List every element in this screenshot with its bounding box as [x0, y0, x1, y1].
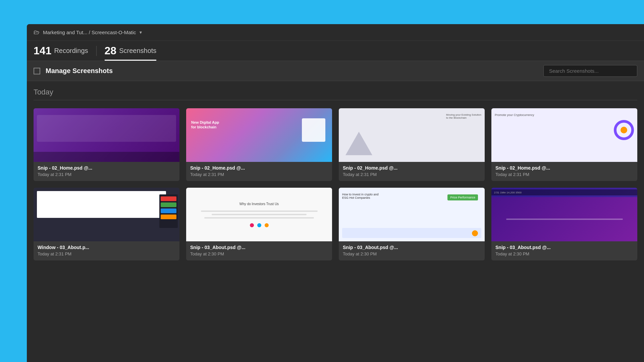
search-input[interactable]: [543, 65, 637, 77]
screenshots-count: 28: [105, 45, 117, 57]
breadcrumb: Marketing and Tut... / Screencast-O-Mati…: [43, 29, 136, 35]
card-name: Snip - 02_Home.psd @...: [38, 165, 175, 171]
card-time: Today at 2:30 PM: [495, 251, 633, 256]
card-time: Today at 2:31 PM: [343, 172, 481, 177]
thumb-text: New Digital Appfor blockchain: [191, 120, 219, 130]
card-name: Snip - 03_About.psd @...: [190, 245, 328, 250]
recordings-count: 141: [34, 45, 51, 57]
app-window: 🗁 Marketing and Tut... / Screencast-O-Ma…: [27, 24, 644, 362]
thumb-badge: Price Performance: [447, 194, 478, 200]
card-name: Snip - 02_Home.psd @...: [190, 165, 328, 171]
card-name: Snip - 03_About.psd @...: [343, 245, 481, 250]
list-item[interactable]: New Digital Appfor blockchain Snip - 02_…: [186, 108, 332, 181]
screenshot-grid-row2: Window - 03_About.p... Today at 2:31 PM …: [34, 188, 637, 260]
list-item[interactable]: Why do Investors Trust Us Snip - 03_Abou…: [186, 188, 332, 260]
card-name: Snip - 02_Home.psd @...: [343, 165, 481, 171]
card-time: Today at 2:31 PM: [190, 172, 328, 177]
list-item[interactable]: Snip - 02_Home.psd @... Today at 2:31 PM: [34, 108, 179, 181]
manage-left: Manage Screenshots: [34, 67, 113, 75]
card-time: Today at 2:30 PM: [343, 251, 481, 256]
recordings-label: Recordings: [54, 47, 88, 55]
card-time: Today at 2:31 PM: [38, 251, 175, 256]
screenshots-label: Screenshots: [119, 47, 156, 55]
card-time: Today at 2:31 PM: [38, 172, 175, 177]
list-item[interactable]: How to Invest in crypto andESG Hot Compa…: [339, 188, 485, 260]
chevron-down-icon[interactable]: ▼: [139, 30, 143, 35]
tab-recordings[interactable]: 141 Recordings: [34, 41, 96, 61]
list-item[interactable]: Moving your Existing Solutionto the Bloc…: [339, 108, 485, 181]
thumb-stats: 2:51 1Min 14,200 3500: [494, 191, 522, 194]
tab-divider: [96, 46, 97, 56]
section-label: Today: [34, 88, 637, 97]
tab-screenshots[interactable]: 28 Screenshots: [105, 41, 165, 61]
card-time: Today at 2:31 PM: [495, 172, 633, 177]
card-name: Snip - 02_Home.psd @...: [495, 165, 633, 171]
content-area: Today Snip - 02_Home.psd @... Today at 2…: [27, 81, 644, 362]
list-item[interactable]: 2:51 1Min 14,200 3500 Snip - 03_About.ps…: [491, 188, 637, 260]
select-all-checkbox[interactable]: [34, 68, 40, 74]
header-bar: 🗁 Marketing and Tut... / Screencast-O-Ma…: [27, 24, 644, 41]
list-item[interactable]: Window - 03_About.p... Today at 2:31 PM: [34, 188, 179, 260]
section-divider: [34, 100, 637, 100]
manage-bar: Manage Screenshots: [27, 61, 644, 81]
folder-icon: 🗁: [34, 29, 40, 36]
card-name: Window - 03_About.p...: [38, 245, 175, 250]
manage-title: Manage Screenshots: [46, 67, 113, 75]
card-time: Today at 2:30 PM: [190, 251, 328, 256]
card-name: Snip - 03_About.psd @...: [495, 245, 633, 250]
thumb-text: Moving your Existing Solutionto the Bloc…: [446, 113, 481, 119]
tabs-bar: 141 Recordings 28 Screenshots: [27, 41, 644, 61]
thumb-text: How to Invest in crypto andESG Hot Compa…: [342, 193, 379, 199]
list-item[interactable]: Promote your Cryptocurrency Snip - 02_Ho…: [491, 108, 637, 181]
screenshot-grid-row1: Snip - 02_Home.psd @... Today at 2:31 PM…: [34, 108, 637, 181]
